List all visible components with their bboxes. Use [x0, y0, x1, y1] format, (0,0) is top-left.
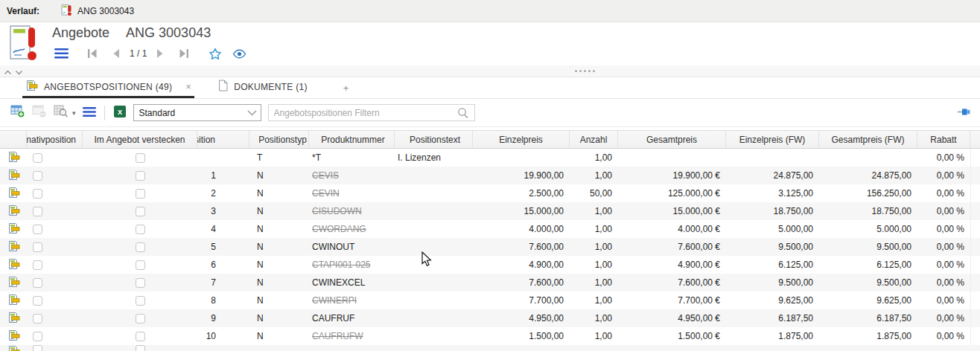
rabatt-cell: 0,00 %	[917, 309, 970, 327]
alternativposition-checkbox[interactable]	[33, 242, 42, 252]
table-search-icon[interactable]	[54, 104, 69, 121]
column-header-position[interactable]: Position	[197, 131, 249, 148]
collapse-down-icon[interactable]	[15, 65, 23, 78]
menu-hamburger-icon[interactable]	[52, 46, 70, 61]
column-header-blank-13[interactable]	[970, 131, 980, 148]
tab-bar: ANGEBOTSPOSITIONEN (49) × DOKUMENTE (1) …	[0, 77, 980, 99]
einzelpreis-cell: 4.950,00	[473, 309, 570, 327]
column-header-gesamtpreis-fw-[interactable]: Gesamtpreis (FW)	[819, 131, 917, 148]
tab-close-icon[interactable]: ×	[185, 81, 191, 92]
im-angebot-verstecken-checkbox[interactable]	[136, 296, 145, 306]
alternativposition-checkbox[interactable]	[33, 278, 42, 288]
anzahl-cell: 1,00	[570, 256, 618, 274]
column-header-positionstyp[interactable]: Positionstyp	[249, 131, 309, 148]
produktnummer-cell: CEVIN	[309, 184, 395, 202]
search-icon[interactable]	[457, 107, 469, 119]
pane-splitter[interactable]	[0, 65, 980, 77]
positionstyp-cell: T	[249, 149, 309, 167]
excel-export-icon[interactable]: x	[113, 105, 127, 121]
alternativposition-checkbox[interactable]	[33, 296, 42, 306]
einzelpreis-fw-cell: 6.125,00	[726, 256, 819, 274]
column-header-produktnummer[interactable]: Produktnummer	[309, 131, 395, 148]
einzelpreis-fw-cell: 5.000,00	[726, 220, 819, 238]
column-header-rabatt[interactable]: Rabatt	[917, 131, 970, 148]
rabatt-cell: 0,00 %	[917, 292, 970, 309]
im-angebot-verstecken-checkbox[interactable]	[136, 189, 145, 199]
alternativposition-checkbox[interactable]	[33, 225, 42, 234]
alternativposition-checkbox[interactable]	[33, 332, 42, 341]
watch-eye-icon[interactable]	[230, 46, 248, 61]
table-row-partial[interactable]	[0, 345, 980, 351]
documents-tab-icon	[218, 80, 228, 94]
history-item-ang[interactable]: ANG 3003043	[60, 4, 134, 19]
im-angebot-verstecken-checkbox[interactable]	[136, 345, 145, 351]
table-row[interactable]: 7 N CWINEXCEL 7.600,00 1,00 7.600,00 € 9…	[0, 274, 980, 292]
produktnummer-cell: CWORDANG	[309, 220, 395, 238]
table-row[interactable]: 9 N CAUFRUF 4.950,00 1,00 4.950,00 € 6.1…	[0, 309, 980, 327]
column-menu-hamburger-icon[interactable]	[83, 106, 96, 120]
im-angebot-verstecken-checkbox[interactable]	[136, 260, 145, 270]
gesamtpreis-cell: 1.500,00 €	[618, 327, 726, 345]
favorite-star-icon[interactable]	[206, 46, 224, 61]
alternativposition-checkbox[interactable]	[33, 207, 42, 216]
im-angebot-verstecken-checkbox[interactable]	[136, 242, 145, 252]
einzelpreis-fw-cell: 24.875,00	[726, 167, 819, 184]
view-select[interactable]: Standard	[133, 104, 261, 121]
position-document-icon	[7, 222, 20, 236]
table-row[interactable]: T *T I. Lizenzen 1,00 0,00 %	[0, 149, 980, 167]
table-row[interactable]: 8 N CWINERPI 7.700,00 1,00 7.700,00 € 9.…	[0, 292, 980, 309]
einzelpreis-cell: 4.000,00	[473, 220, 570, 238]
alternativposition-checkbox[interactable]	[33, 189, 42, 199]
column-header-gesamtpreis[interactable]: Gesamtpreis	[618, 131, 726, 148]
table-row[interactable]: 10 N CAUFRUFW 1.500,00 1,00 1.500,00 € 1…	[0, 327, 980, 345]
anzahl-cell: 1,00	[570, 327, 618, 345]
alternativposition-checkbox[interactable]	[33, 260, 42, 270]
table-toolbar: ▾ x Standard	[0, 99, 980, 127]
im-angebot-verstecken-checkbox[interactable]	[136, 225, 145, 234]
table-row[interactable]: 1 N CEVIS 19.900,00 1,00 19.900,00 € 24.…	[0, 167, 980, 184]
alternativposition-checkbox[interactable]	[33, 345, 42, 351]
column-header-einzelpreis[interactable]: Einzelpreis	[473, 131, 570, 148]
tab-angebotspositionen[interactable]: ANGEBOTSPOSITIONEN (49) ×	[22, 77, 194, 98]
column-header-anzahl[interactable]: Anzahl	[570, 131, 618, 148]
alternativposition-checkbox[interactable]	[33, 153, 42, 163]
last-record-icon[interactable]	[175, 46, 193, 61]
column-header-einzelpreis-fw-[interactable]: Einzelpreis (FW)	[726, 131, 819, 148]
collapse-up-icon[interactable]	[4, 65, 12, 78]
column-header-positionstext[interactable]: Positionstext	[395, 131, 473, 148]
im-angebot-verstecken-checkbox[interactable]	[136, 207, 145, 216]
alternativposition-checkbox[interactable]	[33, 314, 42, 323]
alternativposition-checkbox[interactable]	[33, 171, 42, 181]
column-header-im-angebot-verstecken[interactable]: Im Angebot verstecken	[83, 131, 197, 148]
table-row[interactable]: 3 N CISUDOWN 15.000,00 1,00 15.000,00 € …	[0, 202, 980, 220]
table-row[interactable]: 2 N CEVIN 2.500,00 50,00 125.000,00 € 3.…	[0, 184, 980, 202]
gesamtpreis-cell: 7.600,00 €	[618, 238, 726, 256]
previous-record-icon[interactable]	[107, 46, 125, 61]
im-angebot-verstecken-checkbox[interactable]	[136, 171, 145, 181]
remove-row-icon[interactable]	[32, 104, 47, 121]
next-record-icon[interactable]	[151, 46, 169, 61]
position-document-icon	[7, 258, 20, 272]
new-tab-button[interactable]: +	[343, 83, 349, 94]
add-row-icon[interactable]	[10, 104, 25, 121]
tab-dokumente[interactable]: DOKUMENTE (1)	[215, 77, 311, 98]
pin-panel-icon[interactable]	[957, 106, 971, 120]
gesamtpreis-cell: 19.900,00 €	[618, 167, 726, 184]
gesamtpreis-cell: 4.950,00 €	[618, 309, 726, 327]
im-angebot-verstecken-checkbox[interactable]	[136, 314, 145, 323]
im-angebot-verstecken-checkbox[interactable]	[136, 153, 145, 163]
table-row[interactable]: 5 N CWINOUT 7.600,00 1,00 7.600,00 € 9.5…	[0, 238, 980, 256]
splitter-grip-dots[interactable]	[575, 70, 595, 72]
im-angebot-verstecken-checkbox[interactable]	[136, 278, 145, 288]
first-record-icon[interactable]	[83, 46, 101, 61]
search-dropdown-caret-icon[interactable]: ▾	[72, 109, 76, 117]
filter-input[interactable]	[269, 108, 457, 118]
column-header-nativposition[interactable]: nativposition	[27, 131, 83, 148]
table-row[interactable]: 6 N CTAPI001-025 4.900,00 1,00 4.900,00 …	[0, 256, 980, 274]
column-header-blank-0[interactable]	[0, 131, 27, 148]
gesamtpreis-fw-cell: 156.250,00	[819, 184, 917, 202]
table-row[interactable]: 4 N CWORDANG 4.000,00 1,00 4.000,00 € 5.…	[0, 220, 980, 238]
gesamtpreis-fw-cell: 18.750,00	[819, 202, 917, 220]
position-cell: 1	[197, 167, 249, 184]
im-angebot-verstecken-checkbox[interactable]	[136, 332, 145, 341]
